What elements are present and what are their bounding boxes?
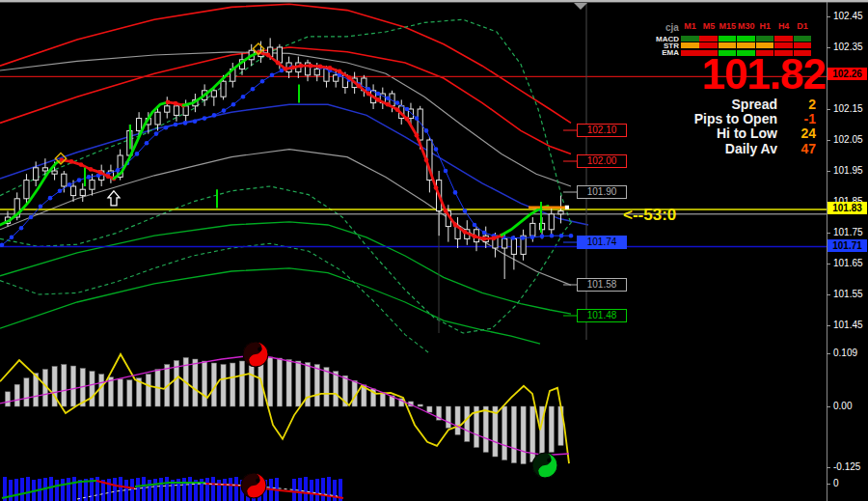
candle-body [136,119,141,131]
blue-ma-dot [10,236,14,240]
candle-body [530,223,535,236]
histogram-bar [521,406,526,464]
red-ma-dot [424,157,429,162]
candle-body [155,112,160,125]
bottom-histogram-bar [310,480,313,501]
bottom-histogram-bar [107,479,111,501]
blue-ma-dot [29,215,34,220]
blue-ma-dot [58,189,63,194]
bottom-histogram-bar [9,480,13,501]
bottom-histogram-bar [304,477,308,501]
histogram-bar [296,361,301,406]
histogram-bar [221,365,226,406]
histogram-bar [70,366,75,406]
blue-ma-dot [540,235,545,239]
candle-body [277,47,282,63]
red-ma-dot [299,64,304,69]
candle-body [42,168,47,171]
blue-ma-dot [193,120,198,125]
histogram-bar [324,368,329,406]
candle-body [558,211,563,214]
candle-body [174,106,178,116]
bottom-histogram-bar [211,477,215,501]
blue-ma-dot [39,205,43,209]
yin-yang-signal-icon [241,473,266,498]
histogram-bar [193,359,198,406]
red-ma-dot [463,230,468,235]
candle-body [52,171,57,174]
red-ma-dot [347,75,352,80]
red-ma-dot [444,209,448,213]
bottom-histogram-bar [55,480,59,501]
blue-ma-dot [386,97,391,101]
candle-body [314,69,319,74]
red-ma-dot [482,237,487,241]
histogram-bar [380,393,385,406]
bottom-histogram-bar [223,479,227,501]
chart-canvas[interactable] [0,0,868,501]
bottom-histogram-bar [142,477,146,501]
blue-ma-dot [405,107,410,112]
red-ma-dot [434,185,439,190]
red-ma-dot [328,66,333,70]
histogram-bar [62,365,67,406]
red-ma-dot [309,64,313,69]
bottom-histogram-bar [298,478,302,501]
blue-ma-dot [164,125,169,130]
bottom-histogram-bar [234,477,238,501]
bottom-histogram-bar [20,478,24,501]
price-end-marker [565,206,569,209]
blue-ma-dot [77,178,82,182]
candle-body [62,174,67,186]
blue-ma-dot [444,169,448,174]
blue-ma-dot [116,168,121,173]
yin-yang-signal-icon [243,342,268,367]
bottom-histogram-bar [159,478,163,501]
candle-body [80,189,85,195]
histogram-bar [239,361,244,406]
histogram-bar [127,380,132,406]
red-ma-dot [405,117,410,122]
bottom-histogram-bar [148,480,151,501]
histogram-bar [118,379,122,406]
red-ma-dot [492,236,497,240]
blue-ma-dot [559,234,564,238]
blue-ma-dot [521,236,526,240]
blue-ma-dot [135,152,140,156]
histogram-bar [511,406,516,463]
blue-ma-dot [415,116,420,121]
histogram-bar [146,375,150,406]
histogram-bar [99,375,104,406]
green-band-2 [0,268,540,344]
blue-ma-dot [87,175,92,180]
bottom-histogram-bar [315,479,319,501]
blue-ma-dot [473,223,477,228]
red-ma-dot [174,101,178,106]
red-ma-dot [357,84,362,89]
blue-ma-dot [270,73,275,78]
blue-ma-dot [453,190,458,195]
candle-body [90,181,95,190]
blue-ma-dot [511,236,516,240]
yin-yang-signal-icon [532,453,557,478]
blue-ma-dot [241,95,246,99]
blue-ma-dot [48,196,53,201]
bottom-histogram-bar [217,480,221,501]
histogram-bar [231,363,235,406]
bottom-histogram-bar [26,477,30,501]
candle-body [34,168,39,181]
red-ma-dot [395,107,400,112]
red-ma-dot [415,133,420,138]
trading-chart-window: cja M1M5M15M30H1H4D1 MACDSTREMA 101.82 S… [0,0,868,501]
blue-ma-dot [366,87,371,92]
bottom-histogram-bar [165,477,169,501]
bottom-histogram-bar [321,478,325,501]
blue-ma-dot [251,87,256,92]
bottom-histogram-bar [327,477,331,501]
bottom-histogram-bar [153,479,157,501]
blue-ma-dot [434,147,439,152]
bottom-histogram-bar [61,479,65,501]
red-ma-dot [291,65,296,70]
red-ma-dot [106,174,111,179]
upper-red-band-2 [0,47,571,153]
